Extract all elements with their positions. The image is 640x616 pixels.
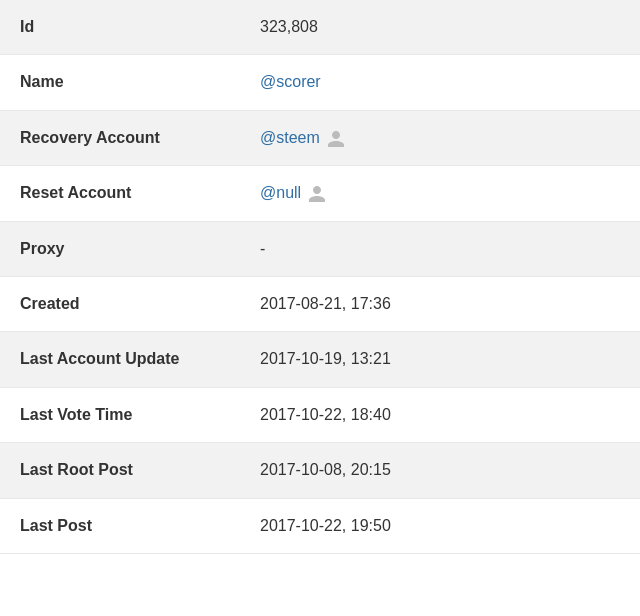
table-row: Last Account Update2017-10-19, 13:21 [0, 332, 640, 387]
account-link[interactable]: @steem [260, 129, 320, 146]
row-label: Proxy [0, 221, 240, 276]
row-label: Last Account Update [0, 332, 240, 387]
row-label: Reset Account [0, 166, 240, 221]
table-row: Created2017-08-21, 17:36 [0, 276, 640, 331]
row-value[interactable]: @steem [240, 110, 640, 165]
table-row: Last Root Post2017-10-08, 20:15 [0, 443, 640, 498]
row-label: Last Vote Time [0, 387, 240, 442]
row-value: 323,808 [240, 0, 640, 55]
account-link[interactable]: @scorer [260, 73, 321, 90]
row-label: Last Post [0, 498, 240, 553]
row-label: Last Root Post [0, 443, 240, 498]
row-label: Created [0, 276, 240, 331]
table-row: Name@scorer [0, 55, 640, 110]
user-icon [326, 129, 346, 149]
account-link[interactable]: @null [260, 184, 301, 201]
row-value[interactable]: @scorer [240, 55, 640, 110]
row-label: Recovery Account [0, 110, 240, 165]
row-value[interactable]: @null [240, 166, 640, 221]
row-value: 2017-10-22, 19:50 [240, 498, 640, 553]
row-label: Name [0, 55, 240, 110]
table-row: Last Vote Time2017-10-22, 18:40 [0, 387, 640, 442]
table-row: Reset Account@null [0, 166, 640, 221]
user-icon [307, 184, 327, 204]
table-row: Proxy- [0, 221, 640, 276]
row-value: 2017-10-08, 20:15 [240, 443, 640, 498]
table-row: Recovery Account@steem [0, 110, 640, 165]
row-value: 2017-08-21, 17:36 [240, 276, 640, 331]
row-label: Id [0, 0, 240, 55]
table-row: Last Post2017-10-22, 19:50 [0, 498, 640, 553]
table-row: Id323,808 [0, 0, 640, 55]
row-value: 2017-10-22, 18:40 [240, 387, 640, 442]
info-table: Id323,808Name@scorerRecovery Account@ste… [0, 0, 640, 554]
row-value: - [240, 221, 640, 276]
row-value: 2017-10-19, 13:21 [240, 332, 640, 387]
